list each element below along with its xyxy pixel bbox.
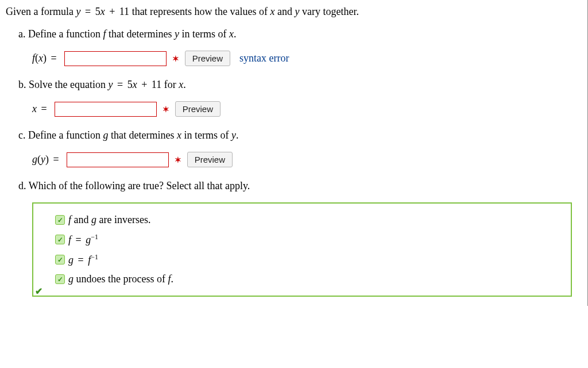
preview-button-a[interactable]: Preview: [185, 51, 230, 66]
option-2-label: f = g−1: [68, 233, 98, 246]
wrong-icon: ✶: [163, 105, 169, 114]
intro-prefix: Given a formula: [6, 6, 76, 17]
part-a-input[interactable]: [64, 51, 167, 66]
checkbox-checked-icon[interactable]: [55, 215, 65, 225]
part-c-input[interactable]: [67, 152, 169, 167]
part-b-answer-row: x = ✶ Preview: [32, 101, 582, 117]
wrong-icon: ✶: [172, 54, 179, 63]
part-a-answer-row: f(x) = ✶ Preview syntax error: [32, 51, 582, 66]
question-intro: Given a formula y = 5x + 11 that represe…: [6, 6, 582, 18]
checkbox-group: f and g are inverses. f = g−1 g = f−1 g …: [32, 202, 572, 297]
option-4-label: g undoes the process of f.: [68, 273, 173, 285]
correct-check-icon: ✔: [35, 286, 42, 297]
part-d: d. Which of the following are true? Sele…: [18, 180, 582, 297]
checkbox-checked-icon[interactable]: [55, 235, 65, 244]
part-b-label: b. Solve the equation y = 5x + 11 for x.: [18, 79, 582, 91]
intro-suffix: that represents how the values of x and …: [132, 6, 359, 17]
wrong-icon: ✶: [175, 155, 181, 164]
option-1[interactable]: f and g are inverses.: [55, 214, 563, 226]
part-a-lhs: f(x) =: [32, 52, 59, 64]
preview-button-c[interactable]: Preview: [187, 152, 233, 167]
intro-formula: y = 5x + 11: [76, 6, 131, 17]
option-2[interactable]: f = g−1: [55, 233, 563, 246]
part-d-label: d. Which of the following are true? Sele…: [18, 180, 582, 192]
part-a-label: a. Define a function f that determines y…: [18, 28, 582, 40]
part-c-label: c. Define a function g that determines x…: [18, 129, 582, 141]
checkbox-checked-icon[interactable]: [55, 255, 65, 264]
part-c-answer-row: g(y) = ✶ Preview: [32, 152, 582, 167]
part-b: b. Solve the equation y = 5x + 11 for x.…: [18, 79, 582, 117]
part-c: c. Define a function g that determines x…: [18, 129, 582, 167]
option-3-label: g = f−1: [68, 253, 98, 266]
part-b-input[interactable]: [55, 102, 157, 117]
syntax-error-text: syntax error: [239, 52, 289, 64]
option-4[interactable]: g undoes the process of f.: [55, 273, 563, 285]
preview-button-b[interactable]: Preview: [175, 101, 220, 117]
option-3[interactable]: g = f−1: [55, 253, 563, 266]
part-a: a. Define a function f that determines y…: [18, 28, 582, 66]
part-b-lhs: x =: [32, 103, 49, 115]
option-1-label: f and g are inverses.: [68, 214, 150, 226]
part-c-lhs: g(y) =: [32, 154, 61, 166]
checkbox-checked-icon[interactable]: [55, 274, 65, 284]
